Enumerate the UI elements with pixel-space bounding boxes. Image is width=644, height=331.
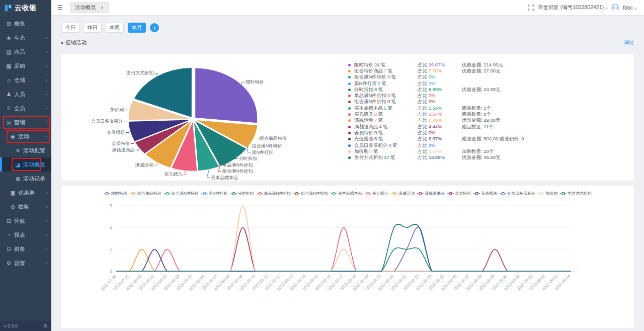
stat-name: 满减活动7笔 [354, 117, 418, 124]
sidebar-item-coupon[interactable]: ▣优惠券∨ [0, 186, 51, 200]
sidebar-item-warehouse[interactable]: ⌂仓储∨ [0, 73, 51, 87]
legend-label: 加价购 [545, 191, 557, 196]
sidebar-item-activity-record[interactable]: ≣活动记录 [0, 172, 51, 186]
stat-name: 第N件打折0笔 [354, 80, 418, 87]
stat-name-text: 组合特价商品 [354, 68, 383, 73]
stat-unit: 笔 [392, 142, 397, 148]
stat-name-text: 限时特价 [354, 62, 373, 67]
stat-share-value: 0% [429, 74, 436, 79]
stat-name-text: 满减活动 [354, 117, 373, 123]
filter-button-2[interactable]: 本周 [106, 23, 124, 33]
stat-count: 4 [379, 124, 382, 129]
legend-item-支付方式折扣[interactable]: 支付方式折扣 [560, 191, 592, 196]
legend-item-单品满N件折扣[interactable]: 单品满N件折扣 [257, 191, 291, 196]
sidebar-item-activity-overview[interactable]: ◪活动概览 [0, 157, 51, 172]
filter-button-1[interactable]: 昨日 [84, 23, 102, 33]
stat-share-value: 0% [429, 93, 436, 98]
stat-name-text: 充值赠送 [354, 136, 373, 141]
pie-label: 组合满N件折扣 [222, 169, 253, 174]
sidebar-item-purchase[interactable]: ▦采购∨ [0, 59, 51, 73]
stat-share-label: 占比 [418, 130, 429, 135]
legend-item-会员日多倍积分[interactable]: 会员日多倍积分 [500, 191, 535, 196]
stat-row: 充值赠送6笔占比 6.67%赠送金额: 502.00,赠送积分: 0 [348, 136, 629, 142]
sidebar-item-report[interactable]: ◔报表∨ [0, 228, 51, 242]
tab-close-icon[interactable]: × [101, 5, 104, 11]
stat-count: 0 [387, 93, 390, 98]
legend-marker-icon [230, 192, 237, 196]
stat-row: 第N件打折0笔占比 0% [348, 80, 629, 87]
filter-button-3[interactable]: 本月 [128, 23, 146, 33]
sidebar-item-member[interactable]: ♕会员∨ [0, 101, 51, 115]
sidebar-item-overview[interactable]: ⊞概览 [0, 17, 51, 31]
sidebar-item-staff[interactable]: ♟人员∨ [0, 87, 51, 101]
pie-slice-限时特价[interactable] [195, 68, 258, 123]
legend-item-组合满N件折扣[interactable]: 组合满N件折扣 [293, 191, 328, 196]
legend-label: 充值赠送 [481, 191, 497, 196]
legend-item-分时折扣[interactable]: 分时折扣 [230, 191, 254, 196]
sidebar-collapse-icon[interactable]: ☰ [57, 4, 63, 11]
store-selector[interactable]: 百世邻里 (编号1032802421) ∨ [538, 4, 608, 11]
activity-config-icon: ≡ [15, 147, 21, 153]
marketing-icon: ◎ [6, 119, 12, 126]
stat-share: 占比 26.67% [418, 62, 462, 68]
sidebar-item-split-account[interactable]: ⊟分账∨ [0, 214, 51, 228]
topbar: ☰ 活动概览 × 百世邻里 (编号1032802421) ∨ fbbc ∨ [51, 0, 644, 16]
chevron-down-icon: ∨ [634, 7, 637, 10]
sidebar-item-settings[interactable]: ⚙设置∨ [0, 256, 51, 270]
gear-icon[interactable]: ⚙ [43, 323, 47, 328]
tab-activity-overview[interactable]: 活动概览 × [70, 2, 109, 13]
legend-marker-icon [201, 192, 208, 196]
sidebar-item-label: 活动 [18, 133, 29, 140]
pie-label: 组合商品特价 [260, 136, 287, 141]
detail-link[interactable]: 详情 [624, 39, 634, 46]
stat-unit: 笔 [387, 105, 392, 111]
fullscreen-icon[interactable] [528, 5, 534, 11]
sidebar-item-label: 仓储 [14, 76, 25, 84]
legend-item-满减活动[interactable]: 满减活动 [391, 191, 415, 196]
user-menu[interactable]: fbbc ∨ [623, 5, 637, 11]
app-version: v 5.9.0 [4, 323, 18, 328]
legend-item-买本品赠本品[interactable]: 买本品赠本品 [331, 191, 362, 196]
legend-item-组合商品特价[interactable]: 组合商品特价 [130, 191, 162, 196]
stat-row: 会员特价0笔占比 0% [348, 130, 629, 136]
sidebar-item-goods[interactable]: ▤商品∨ [0, 45, 51, 59]
sidebar-item-activity-config[interactable]: ≡活动配置 [0, 143, 51, 157]
sidebar-item-ecosystem[interactable]: ◈生态∨ [0, 31, 51, 45]
legend-item-限时特价[interactable]: 限时特价 [104, 191, 127, 196]
sidebar-item-activity[interactable]: ◉活动∧ [0, 129, 51, 143]
pie-label: 加价购 [110, 107, 124, 112]
legend-item-会员特价[interactable]: 会员特价 [447, 191, 471, 196]
stat-share-value: 6.67% [429, 148, 442, 154]
filter-button-0[interactable]: 今日 [61, 23, 79, 33]
goods-icon: ▤ [6, 49, 12, 55]
legend-item-充值赠送[interactable]: 充值赠送 [473, 191, 497, 196]
legend-item-组合满N件特价[interactable]: 组合满N件特价 [164, 191, 199, 196]
sidebar-item-label: 概览 [14, 20, 25, 28]
legend-label: 限时特价 [111, 191, 127, 196]
sidebar-item-lottery[interactable]: ⊕抽奖∨ [0, 200, 51, 214]
stat-share: 占比 0% [418, 93, 462, 99]
add-filter-button[interactable]: + [150, 23, 159, 32]
legend-item-买几赠几[interactable]: 买几赠几 [365, 191, 388, 196]
legend-item-第N件打折[interactable]: 第N件打折 [201, 191, 228, 196]
stat-dot [348, 144, 351, 147]
legend-item-加价购[interactable]: 加价购 [538, 191, 557, 196]
pie-label-line [131, 142, 134, 144]
stat-share: 占比 0% [418, 99, 462, 105]
stat-count: 0 [374, 130, 377, 135]
stat-share-value: 26.67% [429, 62, 445, 67]
stat-dot [348, 126, 351, 128]
stat-share: 占比 0% [418, 80, 462, 87]
legend-item-满额送商品[interactable]: 满额送商品 [417, 191, 445, 196]
promo-line-card: 限时特价组合商品特价组合满N件特价第N件打折分时折扣单品满N件折扣组合满N件折扣… [61, 186, 634, 328]
stat-name: 组合满N件特价0笔 [354, 74, 418, 80]
sidebar-item-marketing[interactable]: ◎营销∧ [0, 115, 51, 129]
stat-share: 占比 6.67% [418, 111, 462, 118]
stat-share: 占比 6.67% [418, 136, 462, 142]
sidebar-item-label: 优惠券 [18, 189, 35, 197]
stat-dot [348, 138, 351, 140]
sidebar-item-label: 分账 [14, 217, 25, 225]
stat-share: 占比 7.78% [418, 68, 462, 74]
sidebar-item-label: 采购 [14, 62, 25, 70]
sidebar-item-finance[interactable]: ⊡财务∨ [0, 242, 51, 256]
